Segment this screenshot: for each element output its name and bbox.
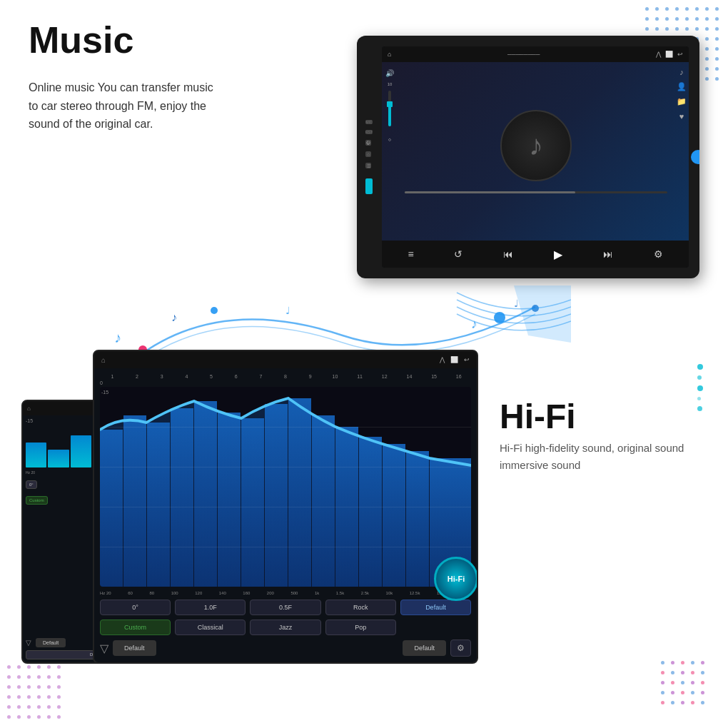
eq-btn-default[interactable]: Default xyxy=(400,600,471,615)
eq-freq-140: 140 xyxy=(219,591,226,595)
volume-slider[interactable] xyxy=(388,91,391,126)
eq-num-15: 15 xyxy=(422,374,447,379)
eq-default-bottom-btn[interactable]: Default xyxy=(113,640,156,656)
screen-body: 🔊 10 ⬦ ♪ xyxy=(382,62,689,241)
eq-home-icon: ⌂ xyxy=(101,356,106,364)
eq-freq-labels: Hz 20 60 80 100 120 140 160 200 500 1k 1… xyxy=(100,591,471,595)
eq-window-icon: ⬜ xyxy=(450,356,458,363)
eq-btn-0-5f[interactable]: 0.5F xyxy=(250,600,320,615)
eq-down-arrow: ▽ xyxy=(100,642,108,655)
down-icon: ⬦ xyxy=(385,133,395,143)
eq-chart: -15 xyxy=(100,387,471,587)
eq-num-8: 8 xyxy=(273,374,298,379)
folder-icon: 📁 xyxy=(677,97,687,106)
eq-num-7: 7 xyxy=(248,374,273,379)
eq-chevron-icon: ⋀ xyxy=(440,356,445,363)
eq-num-16: 16 xyxy=(446,374,471,379)
hifi-description: Hi-Fi high-fidelity sound, original soun… xyxy=(500,440,699,474)
side-buttons: MIC RST ⏻ ⌂ ☰ xyxy=(365,120,373,194)
mic-label: MIC xyxy=(365,120,373,124)
eq-freq-hz: Hz 20 xyxy=(100,591,111,595)
eq-btn-classical[interactable]: Classical xyxy=(175,620,246,635)
eq-num-9: 9 xyxy=(298,374,323,379)
eq-buttons-row1: 0° 1.0F 0.5F Rock Default Hi-Fi xyxy=(100,600,471,615)
deco-teal-dots xyxy=(697,364,703,411)
blue-side-circle xyxy=(691,150,699,164)
device-screen: ⌂ ──────── ⋀ ⬜ ↩ 🔊 10 xyxy=(382,46,689,268)
eq-num-5: 5 xyxy=(199,374,224,379)
eq-screen-front: ⌂ ⋀ ⬜ ↩ 1 2 3 4 5 6 7 8 9 10 11 xyxy=(93,350,478,664)
eq-topbar-icons: ⋀ ⬜ ↩ xyxy=(440,356,470,363)
settings-btn[interactable]: ⚙ xyxy=(654,248,663,260)
hifi-section: Hi-Fi Hi-Fi high-fidelity sound, origina… xyxy=(500,400,699,474)
eq-back-default-icon: ▽ xyxy=(26,639,31,647)
back-icon: ↩ xyxy=(677,51,683,58)
eq-default-right-btn[interactable]: Default xyxy=(403,640,446,656)
eq-back-custom-btn[interactable]: Custom xyxy=(26,496,48,505)
eq-sound-icon-btn[interactable]: ⚙ xyxy=(450,639,471,657)
deco-dots-bottom-right: (function(){ const grid = document.query… xyxy=(661,661,707,707)
next-btn[interactable]: ⏭ xyxy=(603,248,613,260)
eq-back-home: ⌂ xyxy=(27,405,31,412)
eq-freq-10k: 10k xyxy=(386,591,393,595)
eq-back-icon: ↩ xyxy=(464,356,470,363)
eq-db-zero: 0 xyxy=(100,380,103,385)
eq-grid-line-2 xyxy=(100,467,471,467)
screen-topbar: ⌂ ──────── ⋀ ⬜ ↩ xyxy=(382,46,689,62)
svg-text:♪: ♪ xyxy=(114,330,121,345)
eq-num-12: 12 xyxy=(372,374,397,379)
eq-db-row: 0 xyxy=(100,380,471,385)
eq-topbar: ⌂ ⋀ ⬜ ↩ xyxy=(94,351,477,368)
eq-back-default-btn[interactable]: Default xyxy=(36,638,66,647)
song-title: ──────── xyxy=(507,51,540,58)
power-btn[interactable]: ⏻ xyxy=(365,140,371,146)
eq-freq-1k: 1k xyxy=(315,591,319,595)
eq-num-2: 2 xyxy=(125,374,150,379)
eq-freq-1-5k: 1.5k xyxy=(336,591,344,595)
eq-btn-0[interactable]: 0° xyxy=(100,600,171,615)
eq-num-11: 11 xyxy=(348,374,373,379)
home-btn[interactable]: ⌂ xyxy=(365,151,371,157)
list-btn[interactable]: ≡ xyxy=(408,248,413,260)
eq-topbar-left: ⌂ xyxy=(101,356,106,364)
eq-num-1: 1 xyxy=(100,374,125,379)
eq-freq-160: 160 xyxy=(243,591,250,595)
eq-btn-rock[interactable]: Rock xyxy=(325,600,396,615)
vol-label: 10 xyxy=(388,82,393,86)
eq-btn-jazz[interactable]: Jazz xyxy=(250,620,320,635)
svg-point-6 xyxy=(211,307,218,314)
home-icon: ⌂ xyxy=(388,51,391,58)
album-art: ♪ xyxy=(500,110,572,181)
eq-btn-1-0f[interactable]: 1.0F xyxy=(175,600,246,615)
eq-btn-pop[interactable]: Pop xyxy=(325,620,396,635)
eq-back-0-btn[interactable]: 0° xyxy=(26,480,37,489)
heart-icon: ♥ xyxy=(679,112,684,121)
eq-freq-80: 80 xyxy=(149,591,154,595)
prev-btn[interactable]: ⏮ xyxy=(503,248,513,260)
eq-grid-line-4 xyxy=(100,547,471,547)
eq-grid-line-1 xyxy=(100,427,471,428)
play-btn[interactable]: ▶ xyxy=(554,248,562,261)
vol-up-btn[interactable] xyxy=(365,178,373,194)
chevron-up-icon: ⋀ xyxy=(656,51,661,58)
progress-bar[interactable] xyxy=(405,191,667,193)
music-description: Online music You can transfer music to c… xyxy=(29,79,214,133)
music-title: Music xyxy=(29,21,133,59)
eq-freq-200: 200 xyxy=(267,591,274,595)
menu-btn[interactable]: ☰ xyxy=(365,163,371,168)
svg-text:♪: ♪ xyxy=(471,317,477,331)
music-icon: ♪ xyxy=(679,68,684,76)
eq-num-4: 4 xyxy=(174,374,199,379)
eq-freq-120: 120 xyxy=(195,591,202,595)
window-icon: ⬜ xyxy=(665,51,673,58)
eq-bottom-row: ▽ Default Default ⚙ xyxy=(100,639,471,657)
music-note-icon: ♪ xyxy=(529,129,543,161)
left-controls: 🔊 10 ⬦ xyxy=(382,62,398,241)
rst-label: RST xyxy=(365,130,373,134)
eq-buttons-row2: Custom Classical Jazz Pop xyxy=(100,620,471,635)
eq-freq-2-5k: 2.5k xyxy=(361,591,369,595)
repeat-btn[interactable]: ↺ xyxy=(454,248,462,260)
eq-num-10: 10 xyxy=(323,374,348,379)
eq-freq-500: 500 xyxy=(290,591,298,595)
eq-btn-custom[interactable]: Custom xyxy=(100,620,171,635)
